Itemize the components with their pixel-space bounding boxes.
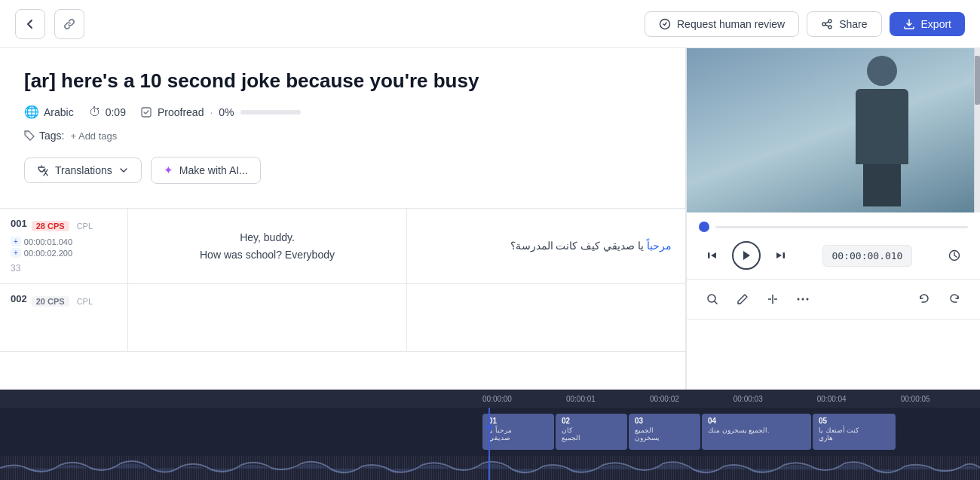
time-end-001: 00:00:02.200	[24, 249, 72, 258]
make-ai-label: Make with AI...	[179, 164, 248, 176]
video-container	[687, 48, 980, 212]
meta-row: 🌐 Arabic ⏱ 0:09 Proofread · 0%	[24, 105, 661, 119]
subtitle-translation-001[interactable]: مرحباً يا صديقي كيف كانت المدرسة؟	[407, 209, 685, 283]
seg-label-04: 04	[708, 417, 805, 425]
language-value: Arabic	[44, 106, 74, 118]
subtitle-num-002: 002	[11, 293, 27, 304]
make-with-ai-button[interactable]: ✦ Make with AI...	[151, 157, 261, 184]
tags-row: Tags: + Add tags	[24, 130, 661, 142]
proofread-progress-track	[240, 110, 301, 115]
timeline: 00:00:00 00:00:01 00:00:02 00:00:03 00:0…	[0, 390, 980, 480]
split-tool-button[interactable]	[759, 286, 786, 313]
cps-badge-001: 28 CPS	[32, 221, 69, 231]
table-row: 001 28 CPS CPL + 00:00:01.040 + 00:00:02…	[0, 209, 685, 284]
topbar: Request human review Share Export	[0, 0, 980, 48]
time-row-001-end: + 00:00:02.200	[11, 248, 117, 258]
search-tool-button[interactable]	[699, 286, 726, 313]
cps-badge-002: 20 CPS	[32, 296, 69, 307]
seg-text-04: الجميع يسخرون منك.	[708, 426, 805, 434]
play-button[interactable]	[732, 241, 761, 270]
playhead-dot	[699, 222, 709, 232]
share-button[interactable]: Share	[807, 11, 881, 37]
cpl-label-001: CPL	[77, 222, 93, 231]
ctrl-group-left	[699, 241, 794, 270]
svg-line-5	[825, 24, 828, 26]
duration-meta: ⏱ 0:09	[89, 105, 126, 119]
seg-text-02: كانالجميع	[562, 426, 621, 442]
ruler-mark-4: 00:00:04	[817, 395, 847, 403]
seg-text-03: الجميعيسخرون	[635, 426, 694, 442]
cpl-label-002: CPL	[77, 297, 93, 306]
proofread-dot: ·	[210, 106, 213, 118]
proofread-meta: Proofread · 0%	[141, 106, 301, 118]
ruler-mark-3: 00:00:03	[733, 395, 763, 403]
fast-forward-button[interactable]	[767, 242, 794, 269]
timeline-segment-02[interactable]: 02 كانالجميع	[556, 414, 627, 450]
seg-text-05: كنت أصنعك ياهاري	[819, 426, 890, 442]
undo-button[interactable]	[911, 286, 938, 313]
time-btn-end-001[interactable]: +	[11, 248, 21, 258]
translations-label: Translations	[55, 164, 112, 176]
tags-text: Tags:	[39, 130, 64, 142]
content-area: [ar] here's a 10 second joke because you…	[0, 48, 685, 208]
timeline-segment-04[interactable]: 04 الجميع يسخرون منك.	[702, 414, 811, 450]
seg-label-01: 01	[488, 417, 548, 425]
seg-label-05: 05	[819, 417, 890, 425]
subtitle-source-001[interactable]: Hey, buddy.How was school? Everybody	[128, 209, 407, 283]
edit-tool-button[interactable]	[729, 286, 756, 313]
more-tools-button[interactable]	[789, 286, 816, 313]
tool-group-left	[699, 286, 816, 313]
timeline-segment-03[interactable]: 03 الجميعيسخرون	[629, 414, 700, 450]
svg-line-4	[825, 21, 828, 23]
ruler-mark-2: 00:00:02	[650, 395, 679, 403]
tools-row	[687, 280, 980, 319]
svg-point-2	[822, 23, 825, 26]
duration-value: 0:09	[106, 106, 126, 118]
time-btn-start-001[interactable]: +	[11, 237, 21, 246]
tag-icon	[24, 130, 35, 141]
tags-label: Tags:	[24, 130, 64, 142]
svg-point-17	[807, 298, 809, 301]
ruler-mark-0: 00:00:00	[482, 395, 512, 403]
redo-button[interactable]	[941, 286, 968, 313]
timeline-segment-01[interactable]: 01 مرحباً ياصديقي	[482, 414, 554, 450]
topbar-right: Request human review Share Export	[645, 11, 965, 37]
back-button[interactable]	[15, 9, 45, 39]
rewind-button[interactable]	[699, 242, 726, 269]
seg-label-03: 03	[635, 417, 694, 425]
timeline-segment-05[interactable]: 05 كنت أصنعك ياهاري	[813, 414, 896, 450]
subtitle-translation-002[interactable]	[407, 284, 685, 351]
subtitle-source-002[interactable]	[128, 284, 407, 351]
add-tags-label: + Add tags	[70, 130, 117, 142]
topbar-left	[15, 9, 84, 39]
waveform-svg	[0, 456, 980, 480]
chevron-down-icon	[118, 165, 129, 176]
ruler-mark-1: 00:00:01	[566, 395, 596, 403]
toolbar-row: Translations ✦ Make with AI...	[24, 157, 661, 196]
waveform	[0, 456, 980, 480]
share-label: Share	[839, 18, 867, 30]
svg-rect-9	[783, 252, 786, 258]
export-label: Export	[921, 18, 951, 30]
svg-point-16	[802, 298, 804, 301]
globe-icon: 🌐	[24, 105, 39, 119]
source-text-001: Hey, buddy.How was school? Everybody	[200, 229, 335, 263]
request-review-button[interactable]: Request human review	[645, 11, 799, 37]
progress-row	[699, 222, 968, 232]
translate-icon	[37, 164, 49, 176]
svg-rect-6	[142, 108, 151, 117]
translation-text-001: مرحباً يا صديقي كيف كانت المدرسة؟	[510, 237, 672, 254]
subtitle-meta-001: 001 28 CPS CPL + 00:00:01.040 + 00:00:02…	[0, 209, 128, 283]
translations-button[interactable]: Translations	[24, 157, 142, 183]
export-button[interactable]: Export	[890, 12, 965, 36]
proofread-label: Proofread	[158, 106, 204, 118]
language-meta: 🌐 Arabic	[24, 105, 74, 119]
svg-point-15	[798, 298, 800, 301]
svg-point-7	[26, 133, 28, 134]
subtitle-meta-002: 002 20 CPS CPL	[0, 284, 128, 351]
add-tags-button[interactable]: + Add tags	[70, 130, 117, 142]
link-button[interactable]	[54, 9, 84, 39]
progress-line	[715, 226, 968, 228]
time-settings-button[interactable]	[941, 242, 968, 269]
page-title: [ar] here's a 10 second joke because you…	[24, 69, 661, 93]
